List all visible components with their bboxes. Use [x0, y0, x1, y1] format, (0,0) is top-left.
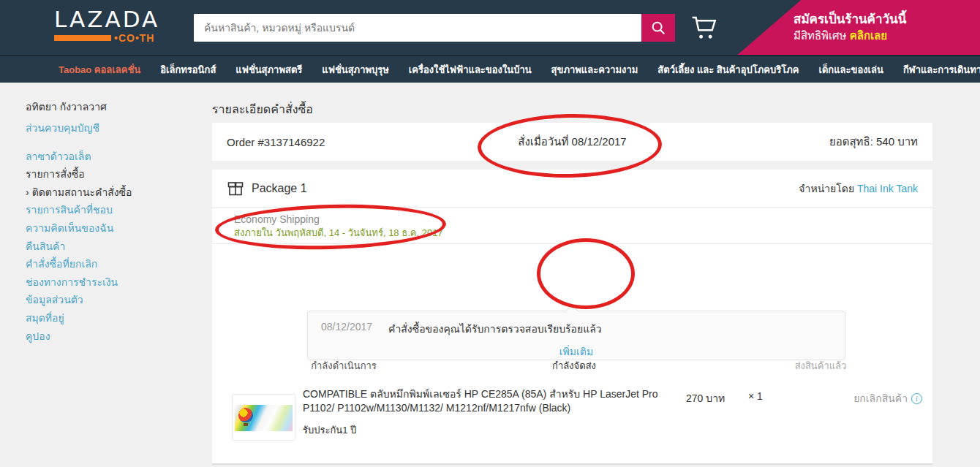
product-price: 270 บาท: [686, 390, 725, 406]
banner-cta: คลิกเลย: [850, 29, 887, 42]
banner-line2: มีสิทธิพิเศษ คลิกเลย: [794, 28, 906, 43]
logo-subline: •CO•TH: [54, 32, 159, 44]
order-progress-tracker: กำลังดำเนินการ กำลังจัดส่ง ส่งสินค้าแล้ว: [212, 244, 932, 310]
package-header: Package 1 จำหน่ายโดย Thai Ink Tank: [212, 170, 932, 208]
logo-domain-text: •CO•TH: [114, 32, 154, 44]
order-summary-panel: Order #3137146922 สั่งเมื่อวันที่ 08/12/…: [212, 123, 932, 161]
balloon-logo: [238, 408, 253, 422]
sold-by-label: จำหน่ายโดย: [799, 183, 857, 194]
shipping-info: Economy Shipping ส่งภายใน วันพฤหัสบดี, 1…: [212, 208, 932, 244]
nav-item-mens-fashion[interactable]: แฟชั่นสุภาพบุรุษ: [322, 62, 388, 77]
search-input[interactable]: [194, 14, 641, 42]
more-link[interactable]: เพิ่มเติม: [308, 343, 845, 360]
page-title: รายละเอียดคำสั่งซื้อ: [212, 100, 313, 118]
search-button[interactable]: [641, 14, 675, 42]
top-header: LAZADA •CO•TH: [0, 0, 980, 55]
sidebar-item-orders[interactable]: รายการสั่งซื้อ: [26, 165, 201, 183]
nav-item-taobao[interactable]: Taobao คอลเลคชั่น: [59, 62, 140, 77]
logo-orange-bar: [54, 35, 111, 41]
status-date: 08/12/2017: [321, 321, 372, 337]
lazada-order-page: LAZADA •CO•TH: [0, 0, 980, 467]
nav-item-electronics[interactable]: อิเล็กทรอนิกส์: [160, 62, 216, 77]
status-message: คำสั่งซื้อของคุณได้รับการตรวจสอบเรียบร้อ…: [388, 321, 602, 337]
sidebar-item-account-dashboard[interactable]: ส่วนควบคุมบัญชี: [26, 119, 201, 137]
nav-item-home-appliances[interactable]: เครื่องใช้ไฟฟ้าและของในบ้าน: [409, 62, 532, 77]
package-title: Package 1: [252, 182, 307, 195]
sidebar-item-personal-info[interactable]: ข้อมูลส่วนตัว: [26, 291, 201, 309]
balloon-basket: [244, 423, 248, 426]
status-update-box: 08/12/2017 คำสั่งซื้อของคุณได้รับการตรวจ…: [307, 311, 845, 360]
banner-text: สมัครเป็นร้านค้าวันนี้ มีสิทธิพิเศษ คลิก…: [794, 11, 906, 43]
sidebar-item-track-order-active[interactable]: ›ติดตามสถานะคำสั่งซื้อ: [26, 183, 201, 202]
order-total: ยอดสุทธิ: 540 บาท: [687, 133, 918, 151]
product-title[interactable]: COMPATIBLE ตลับหมึกพิมพ์เลเซอร์ HP CE285…: [303, 387, 661, 415]
package-panel: Package 1 จำหน่ายโดย Thai Ink Tank Econo…: [212, 170, 932, 465]
sold-by: จำหน่ายโดย Thai Ink Tank: [799, 181, 918, 197]
sidebar-item-cancelled-orders[interactable]: คำสั่งซื้อที่ยกเลิก: [26, 255, 201, 273]
product-warranty: รับประกัน1 ปี: [303, 422, 356, 438]
cart-button[interactable]: [690, 15, 719, 42]
lazada-logo[interactable]: LAZADA •CO•TH: [54, 7, 159, 44]
shipping-method: Economy Shipping: [234, 213, 932, 227]
sidebar-item-my-reviews[interactable]: ความคิดเห็นของฉัน: [26, 219, 201, 238]
search-bar: [194, 14, 675, 42]
chevron-right-icon: ›: [26, 186, 29, 198]
order-number: Order #3137146922: [227, 136, 457, 148]
sidebar-item-wishlist[interactable]: รายการสินค้าที่ชอบ: [26, 201, 201, 219]
product-row: COMPATIBLE ตลับหมึกพิมพ์เลเซอร์ HP CE285…: [212, 384, 932, 457]
nav-item-health-beauty[interactable]: สุขภาพและความงาม: [551, 62, 638, 77]
sidebar-item-coupons[interactable]: คูปอง: [26, 327, 201, 346]
shopping-cart-icon: [690, 15, 719, 41]
tracker-label-shipping: กำลังจัดส่ง: [552, 358, 596, 373]
cancel-label: ยกเลิกสินค้า: [853, 390, 908, 406]
cancel-item-link[interactable]: ยกเลิกสินค้า i: [853, 390, 922, 406]
status-row: 08/12/2017 คำสั่งซื้อของคุณได้รับการตรวจ…: [308, 311, 845, 337]
logo-text: LAZADA: [54, 7, 159, 31]
product-quantity: × 1: [748, 390, 763, 402]
banner-line1: สมัครเป็นร้านค้าวันนี้: [794, 11, 906, 28]
account-sidebar: อทิตยา กังวาลวาศ ส่วนควบคุมบัญชี ลาซาด้า…: [26, 99, 201, 345]
seller-signup-banner[interactable]: สมัครเป็นร้านค้าวันนี้ มีสิทธิพิเศษ คลิก…: [731, 0, 980, 55]
package-icon: [227, 181, 244, 197]
category-navbar: Taobao คอลเลคชั่น อิเล็กทรอนิกส์ แฟชั่นส…: [0, 55, 980, 83]
nav-item-sports-travel[interactable]: กีฬาและการเดินทาง: [903, 62, 980, 77]
order-date: สั่งเมื่อวันที่ 08/12/2017: [457, 133, 687, 151]
nav-item-pets-groceries[interactable]: สัตว์เลี้ยง และ สินค้าอุปโภคบริโภค: [657, 62, 799, 77]
nav-item-kids-toys[interactable]: เด็กและของเล่น: [818, 62, 883, 77]
tracker-label-processing: กำลังดำเนินการ: [311, 358, 377, 373]
sidebar-item-payment-methods[interactable]: ช่องทางการชำระเงิน: [26, 273, 201, 292]
sidebar-item-address-book[interactable]: สมุดที่อยู่: [26, 309, 201, 327]
search-icon: [650, 20, 666, 36]
tracker-label-delivered: ส่งสินค้าแล้ว: [795, 358, 847, 373]
seller-link[interactable]: Thai Ink Tank: [857, 183, 918, 194]
product-thumbnail[interactable]: [233, 395, 295, 440]
sidebar-item-lazada-wallet[interactable]: ลาซาด้าวอเล็ต: [26, 148, 201, 166]
shipping-delivery-window: ส่งภายใน วันพฤหัสบดี, 14 - วันจันทร์, 18…: [234, 227, 932, 239]
nav-item-womens-fashion[interactable]: แฟชั่นสุภาพสตรี: [235, 62, 302, 77]
sidebar-item-returns[interactable]: คืนสินค้า: [26, 238, 201, 256]
user-name: อทิตยา กังวาลวาศ: [26, 99, 201, 114]
info-icon[interactable]: i: [911, 393, 922, 404]
